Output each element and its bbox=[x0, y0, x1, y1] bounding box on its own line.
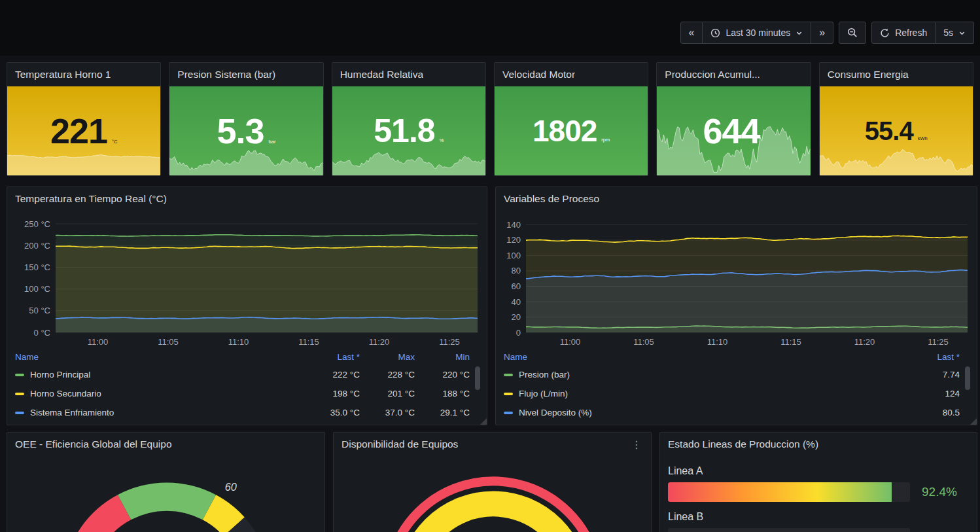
refresh-group: Refresh 5s bbox=[871, 22, 974, 44]
refresh-interval-label: 5s bbox=[943, 27, 953, 38]
gauge-value-arc bbox=[410, 504, 576, 532]
chevron-down-icon bbox=[796, 29, 803, 37]
chevron-down-icon bbox=[958, 29, 966, 37]
kebab-menu-icon[interactable]: ⋮ bbox=[630, 438, 643, 451]
svg-text:11:20: 11:20 bbox=[369, 337, 390, 347]
legend-series-name[interactable]: Presion (bar) bbox=[519, 370, 570, 380]
legend-series-name[interactable]: Horno Secundario bbox=[30, 389, 101, 399]
stat-value: 51.8 bbox=[374, 112, 434, 150]
legend-value: 35.0 °C bbox=[305, 408, 360, 417]
gauge-area bbox=[334, 456, 651, 532]
stat-value: 5.3 bbox=[217, 111, 264, 151]
time-series-chart[interactable]: 0 °C50 °C100 °C150 °C200 °C250 °C11:0011… bbox=[12, 213, 481, 348]
legend-sort-name[interactable]: Name bbox=[504, 352, 527, 362]
series-color-marker bbox=[504, 412, 513, 414]
stat-value-area: 5.3bar bbox=[169, 86, 323, 175]
legend-row: Nivel Deposito (%)80.5 bbox=[504, 403, 960, 422]
series-color-marker bbox=[504, 393, 513, 395]
legend-value: 7.74 bbox=[905, 370, 960, 380]
panel-title[interactable]: Temperatura Horno 1 bbox=[15, 69, 111, 80]
gauge-segment-red bbox=[77, 507, 124, 532]
stat-value: 1802 bbox=[533, 113, 597, 149]
sparkline bbox=[332, 147, 485, 175]
refresh-label: Refresh bbox=[895, 27, 927, 38]
panel-title[interactable]: Consumo Energia bbox=[828, 69, 909, 80]
panel-resize-handle[interactable] bbox=[480, 418, 487, 425]
stat-value-area: 55.4kWh bbox=[820, 86, 973, 175]
svg-text:11:05: 11:05 bbox=[633, 337, 654, 347]
refresh-interval-picker[interactable]: 5s bbox=[936, 22, 974, 44]
svg-text:11:20: 11:20 bbox=[854, 337, 875, 347]
time-controls: « Last 30 minutes » bbox=[680, 22, 974, 44]
legend-value: 228 °C bbox=[360, 370, 415, 380]
svg-text:11:25: 11:25 bbox=[439, 337, 460, 347]
double-chevron-left-icon: « bbox=[689, 27, 695, 38]
legend-series-name[interactable]: Flujo (L/min) bbox=[519, 389, 568, 399]
sparkline bbox=[820, 145, 973, 175]
svg-text:150 °C: 150 °C bbox=[24, 262, 50, 272]
stat-unit: bar bbox=[269, 139, 276, 145]
svg-text:11:15: 11:15 bbox=[298, 337, 319, 347]
panel-title[interactable]: Presion Sistema (bar) bbox=[177, 69, 275, 80]
panel-title[interactable]: Temperatura en Tiempo Real (°C) bbox=[15, 193, 167, 205]
stat-unit: kWh bbox=[918, 135, 928, 141]
panel-title[interactable]: OEE - Eficiencia Global del Equipo bbox=[15, 438, 172, 450]
svg-text:100: 100 bbox=[506, 251, 521, 260]
panel-title[interactable]: Produccion Acumul... bbox=[665, 69, 760, 80]
panel-title[interactable]: Disponibilidad de Equipos bbox=[341, 438, 458, 450]
panel-resize-handle[interactable] bbox=[970, 418, 977, 425]
panel-title[interactable]: Velocidad Motor bbox=[502, 69, 575, 80]
legend-sort-column[interactable]: Last * bbox=[337, 352, 360, 362]
svg-text:80: 80 bbox=[512, 266, 521, 275]
legend-sort-name[interactable]: Name bbox=[15, 352, 39, 362]
stat-panel-humedad-relativa: Humedad Relativa 51.8% bbox=[332, 62, 486, 176]
legend-value: 220 °C bbox=[415, 370, 470, 380]
time-range-picker[interactable]: Last 30 minutes bbox=[703, 22, 811, 44]
stat-unit: °C bbox=[112, 139, 117, 145]
svg-text:100 °C: 100 °C bbox=[24, 284, 50, 294]
scrollbar-thumb[interactable] bbox=[475, 366, 480, 390]
bar-gauge-track bbox=[668, 482, 910, 502]
bar-gauge-value: 92.4% bbox=[922, 485, 957, 499]
panel-title[interactable]: Humedad Relativa bbox=[340, 69, 424, 80]
zoom-out-time-button[interactable] bbox=[839, 22, 866, 44]
legend-sort-column[interactable]: Min bbox=[455, 352, 470, 362]
svg-text:200 °C: 200 °C bbox=[24, 241, 50, 251]
double-chevron-right-icon: » bbox=[819, 27, 825, 38]
bar-gauge-list: Linea A 92.4% Linea B bbox=[660, 465, 977, 532]
panel-temperatura-tiempo-real: Temperatura en Tiempo Real (°C) 0 °C50 °… bbox=[7, 186, 487, 425]
legend-series-name[interactable]: Horno Principal bbox=[30, 370, 90, 380]
bar-gauge-label: Linea A bbox=[668, 465, 969, 477]
gauge-segment-yellow bbox=[209, 507, 234, 527]
time-shift-forward-button[interactable]: » bbox=[811, 22, 833, 44]
legend-row: Presion (bar)7.74 bbox=[504, 365, 960, 384]
legend-row: Sistema Enfriamiento35.0 °C37.0 °C29.1 °… bbox=[15, 403, 470, 422]
legend-scrollbar[interactable] bbox=[475, 366, 480, 415]
legend-value: 80.5 bbox=[905, 408, 960, 417]
clock-icon bbox=[710, 28, 720, 38]
time-nav-group: « Last 30 minutes » bbox=[680, 22, 834, 44]
legend-series-name[interactable]: Sistema Enfriamiento bbox=[30, 408, 114, 417]
stat-value-area: 644 bbox=[657, 86, 810, 175]
legend-sort-column[interactable]: Last * bbox=[937, 352, 960, 362]
refresh-button[interactable]: Refresh bbox=[871, 22, 936, 44]
legend-header: NameLast * bbox=[504, 348, 960, 365]
svg-text:11:05: 11:05 bbox=[158, 337, 179, 347]
svg-text:0 °C: 0 °C bbox=[34, 328, 50, 338]
legend-value: 201 °C bbox=[360, 389, 415, 399]
legend-sort-column[interactable]: Max bbox=[398, 352, 415, 362]
stat-panel-produccion-acumulada: Produccion Acumul... 644 bbox=[656, 62, 811, 176]
legend-series-name[interactable]: Nivel Deposito (%) bbox=[519, 408, 592, 417]
stat-panel-consumo-energia: Consumo Energia 55.4kWh bbox=[819, 62, 973, 176]
stat-value-area: 51.8% bbox=[332, 86, 485, 175]
time-shift-back-button[interactable]: « bbox=[680, 22, 703, 44]
svg-text:50 °C: 50 °C bbox=[29, 306, 50, 315]
panel-title[interactable]: Estado Lineas de Produccion (%) bbox=[668, 438, 818, 450]
scrollbar-thumb[interactable] bbox=[965, 366, 970, 390]
oee-gauge: 60 bbox=[46, 461, 287, 532]
charts-row: Temperatura en Tiempo Real (°C) 0 °C50 °… bbox=[7, 186, 977, 425]
panel-title[interactable]: Variables de Proceso bbox=[504, 193, 599, 205]
time-series-chart[interactable]: 02040608010012014011:0011:0511:1011:1511… bbox=[501, 213, 971, 348]
legend-scrollbar[interactable] bbox=[965, 366, 970, 415]
stat-value: 644 bbox=[703, 111, 760, 151]
